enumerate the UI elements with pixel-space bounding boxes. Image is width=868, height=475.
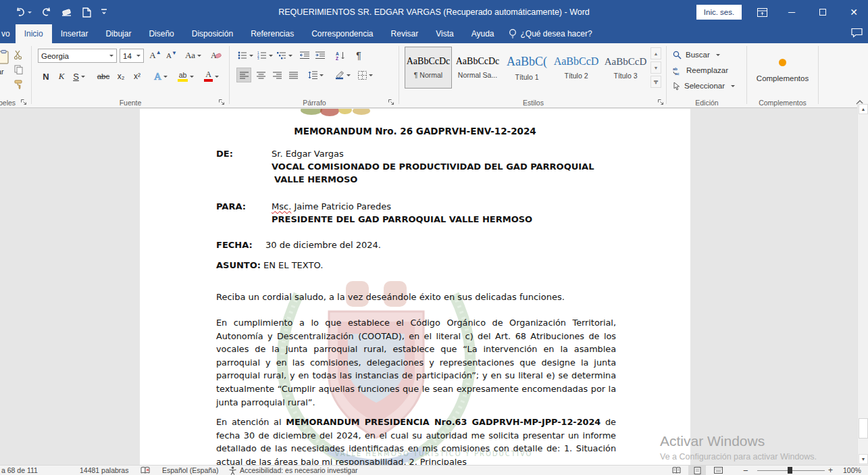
tab-revisar[interactable]: Revisar <box>382 24 428 43</box>
line-spacing-button[interactable] <box>305 68 326 82</box>
group-separator <box>818 46 819 104</box>
page-indicator[interactable]: a 68 de 111 <box>1 466 38 475</box>
superscript-button[interactable]: x² <box>130 69 145 84</box>
clear-formatting-button[interactable]: A <box>208 48 224 63</box>
new-document-icon[interactable] <box>82 7 91 18</box>
align-center-button[interactable] <box>253 68 268 82</box>
tab-disposicion[interactable]: Disposición <box>183 24 242 43</box>
document-page[interactable]: VALLE HERMOSO TURISTICO Y PRODUCTIVO MEM… <box>140 109 690 465</box>
document-area: VALLE HERMOSO TURISTICO Y PRODUCTIVO MEM… <box>0 109 868 465</box>
scroll-down-button[interactable]: ▼ <box>859 454 868 464</box>
style-titulo-1[interactable]: AaBbC( Título 1 <box>503 47 551 89</box>
tab-inicio[interactable]: Inicio <box>16 24 52 43</box>
clipboard-dialog-launcher[interactable] <box>20 99 28 106</box>
styles-dialog-launcher[interactable] <box>657 99 665 106</box>
style-titulo-2[interactable]: AaBbCcD Título 2 <box>553 47 600 89</box>
close-button[interactable]: ✕ <box>840 0 867 24</box>
tab-insertar[interactable]: Insertar <box>52 24 97 43</box>
underline-button[interactable]: S <box>70 69 88 84</box>
ribbon-display-options-button[interactable] <box>748 0 775 24</box>
proofing-status[interactable] <box>141 466 151 475</box>
tell-me-label: ¿Qué desea hacer? <box>521 29 592 39</box>
redo-button[interactable] <box>41 7 51 17</box>
shading-button[interactable] <box>332 68 353 82</box>
format-painter-button[interactable] <box>11 77 26 92</box>
numbering-button[interactable]: 123 <box>256 48 274 63</box>
sort-button[interactable]: AZ <box>332 48 349 63</box>
zoom-level[interactable]: 100% <box>843 466 861 475</box>
para-name: Msc. Jaime Patricio Paredes <box>272 201 391 211</box>
body-paragraph-2: En atención al MEMORANDUM PRESIDENCIA Nr… <box>216 416 616 465</box>
de-label: DE: <box>216 149 233 159</box>
web-layout-button[interactable] <box>709 466 727 475</box>
zoom-out-button[interactable]: − <box>743 466 748 475</box>
scroll-up-button[interactable]: ▲ <box>859 104 868 114</box>
undo-caret[interactable] <box>28 11 32 14</box>
maximize-button[interactable] <box>809 0 836 24</box>
zoom-in-button[interactable]: + <box>828 466 833 475</box>
style-normal-sa[interactable]: AaBbCcDc Normal Sa... <box>454 47 501 89</box>
grow-font-button[interactable]: A▲ <box>147 48 163 63</box>
font-color-button[interactable]: A <box>200 69 223 84</box>
select-button[interactable]: Seleccionar <box>673 80 735 92</box>
tab-vista[interactable]: Vista <box>427 24 462 43</box>
copy-button[interactable] <box>11 62 26 77</box>
draw-eraser-icon[interactable] <box>61 7 73 17</box>
accessibility-status[interactable]: Accesibilidad: es necesario investigar <box>228 466 358 475</box>
sign-in-button[interactable]: Inic. ses. <box>696 5 742 20</box>
tab-diseno[interactable]: Diseño <box>140 24 182 43</box>
shrink-font-button[interactable]: A▼ <box>164 48 179 63</box>
customize-qat-icon[interactable] <box>101 8 107 16</box>
justify-button[interactable] <box>286 68 301 82</box>
cut-button[interactable] <box>11 47 26 62</box>
tell-me-box[interactable]: ¿Qué desea hacer? <box>503 24 598 43</box>
bold-button[interactable]: N <box>39 69 53 84</box>
word-count[interactable]: 14481 palabras <box>80 466 128 475</box>
styles-group-label: Estilos <box>401 99 666 107</box>
style-normal[interactable]: AaBbCcDc ¶ Normal <box>405 47 452 89</box>
tab-correspondencia[interactable]: Correspondencia <box>303 24 382 43</box>
minimize-button[interactable]: ─ <box>778 0 805 24</box>
multilevel-list-button[interactable] <box>276 48 293 63</box>
change-case-button[interactable]: Aa <box>182 48 204 63</box>
bullets-button[interactable] <box>236 48 254 63</box>
styles-scroll-down[interactable]: ▼ <box>650 61 661 74</box>
align-left-button[interactable] <box>236 68 251 82</box>
language-indicator[interactable]: Español (España) <box>162 466 218 475</box>
zoom-slider-thumb[interactable] <box>788 467 792 474</box>
addins-button[interactable]: Complementos <box>748 49 817 92</box>
strikethrough-button[interactable]: abc <box>95 69 112 84</box>
borders-button[interactable] <box>355 68 376 82</box>
tab-ayuda[interactable]: Ayuda <box>463 24 503 43</box>
undo-button[interactable] <box>15 7 32 17</box>
align-right-button[interactable] <box>270 68 284 82</box>
subscript-button[interactable]: x₂ <box>113 69 128 84</box>
tab-referencias[interactable]: Referencias <box>242 24 303 43</box>
vertical-scrollbar[interactable]: ▲ ▼ <box>857 103 868 465</box>
maximize-icon <box>819 9 826 16</box>
font-dialog-launcher[interactable] <box>218 99 226 106</box>
read-mode-button[interactable] <box>667 466 685 475</box>
borders-caret <box>369 74 373 76</box>
font-size-combo[interactable]: 14 <box>120 49 144 63</box>
style-titulo-3[interactable]: AaBbCcD Título 3 <box>602 47 649 89</box>
text-effects-button[interactable]: A <box>150 69 172 84</box>
paragraph-dialog-launcher[interactable] <box>388 99 395 106</box>
show-paragraph-marks-button[interactable]: ¶ <box>351 48 366 63</box>
font-name-combo[interactable]: Georgia <box>38 49 117 63</box>
styles-gallery-more[interactable]: ▬▼ <box>650 76 661 88</box>
highlight-color-button[interactable]: ab <box>174 69 197 84</box>
tab-archivo-partial[interactable]: vo <box>0 24 16 43</box>
styles-scroll-up[interactable]: ▲ <box>650 47 661 59</box>
decrease-indent-button[interactable] <box>297 48 312 63</box>
comments-icon[interactable] <box>851 28 863 38</box>
scrollbar-thumb[interactable] <box>859 418 868 439</box>
tab-dibujar[interactable]: Dibujar <box>97 24 140 43</box>
replace-button[interactable]: abac Reemplazar <box>673 64 728 76</box>
asunto-label: ASUNTO: <box>216 260 261 270</box>
find-button[interactable]: Buscar <box>673 49 720 61</box>
print-layout-button[interactable] <box>688 466 706 475</box>
increase-indent-button[interactable] <box>313 48 328 63</box>
italic-button[interactable]: K <box>55 69 68 84</box>
editing-group-label: Edición <box>667 99 746 107</box>
